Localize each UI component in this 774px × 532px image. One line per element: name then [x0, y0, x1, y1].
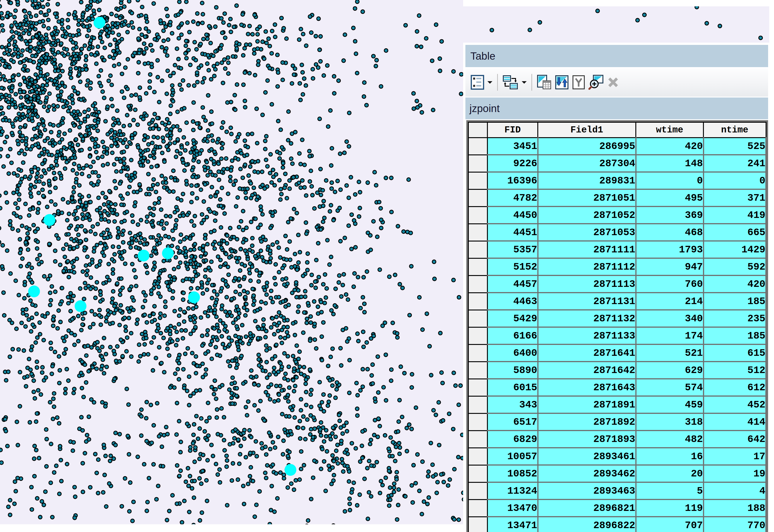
row-selector[interactable]: [468, 276, 488, 293]
cell-ntime[interactable]: 4: [703, 482, 766, 500]
cell-ntime[interactable]: 419: [703, 207, 766, 224]
cell-ntime[interactable]: 241: [703, 155, 766, 172]
cell-wtime[interactable]: 521: [636, 344, 703, 362]
cell-field1[interactable]: 2871891: [538, 396, 636, 413]
cell-wtime[interactable]: 369: [636, 207, 703, 224]
cell-ntime[interactable]: 770: [703, 517, 766, 532]
cell-ntime[interactable]: 512: [703, 362, 766, 379]
cell-field1[interactable]: 2871131: [538, 293, 636, 310]
column-header-field1[interactable]: Field1: [538, 122, 636, 138]
table-window-titlebar[interactable]: Table: [466, 45, 768, 67]
table-options-button[interactable]: [471, 75, 485, 90]
cell-ntime[interactable]: 185: [703, 327, 766, 344]
cell-field1[interactable]: 2871893: [538, 431, 636, 448]
layer-name-label[interactable]: jzpoint: [466, 102, 500, 115]
cell-ntime[interactable]: 592: [703, 258, 766, 276]
column-header-ntime[interactable]: ntime: [703, 122, 766, 138]
row-selector[interactable]: [468, 155, 488, 172]
cell-fid[interactable]: 11324: [488, 482, 538, 500]
cell-wtime[interactable]: 148: [636, 155, 703, 172]
cell-fid[interactable]: 6166: [488, 327, 538, 344]
cell-field1[interactable]: 2871051: [538, 189, 636, 207]
row-selector[interactable]: [468, 482, 488, 500]
column-header-fid[interactable]: FID: [488, 122, 538, 138]
zoom-to-selected-button[interactable]: [588, 75, 604, 90]
cell-field1[interactable]: 2871892: [538, 413, 636, 431]
cell-field1[interactable]: 2871133: [538, 327, 636, 344]
cell-ntime[interactable]: 665: [703, 224, 766, 241]
cell-wtime[interactable]: 5: [636, 482, 703, 500]
column-header-wtime[interactable]: wtime: [636, 122, 703, 138]
cell-field1[interactable]: 287304: [538, 155, 636, 172]
cell-wtime[interactable]: 340: [636, 310, 703, 327]
cell-wtime[interactable]: 947: [636, 258, 703, 276]
table-options-dropdown[interactable]: [487, 81, 493, 84]
cell-wtime[interactable]: 574: [636, 379, 703, 396]
row-selector[interactable]: [468, 293, 488, 310]
cell-field1[interactable]: 2871112: [538, 258, 636, 276]
related-tables-button[interactable]: [503, 75, 519, 90]
row-selector[interactable]: [468, 465, 488, 482]
cell-wtime[interactable]: 760: [636, 276, 703, 293]
cell-field1[interactable]: 2893462: [538, 465, 636, 482]
cell-wtime[interactable]: 318: [636, 413, 703, 431]
cell-field1[interactable]: 2871642: [538, 362, 636, 379]
cell-wtime[interactable]: 459: [636, 396, 703, 413]
cell-wtime[interactable]: 1793: [636, 241, 703, 258]
row-selector[interactable]: [468, 500, 488, 517]
cell-fid[interactable]: 4451: [488, 224, 538, 241]
row-selector[interactable]: [468, 344, 488, 362]
cell-field1[interactable]: 286995: [538, 138, 636, 155]
cell-wtime[interactable]: 629: [636, 362, 703, 379]
row-selector[interactable]: [468, 241, 488, 258]
cell-fid[interactable]: 10057: [488, 448, 538, 465]
cell-ntime[interactable]: 615: [703, 344, 766, 362]
row-selector[interactable]: [468, 327, 488, 344]
cell-fid[interactable]: 16396: [488, 172, 538, 189]
cell-field1[interactable]: 2893463: [538, 482, 636, 500]
cell-ntime[interactable]: 420: [703, 276, 766, 293]
cell-wtime[interactable]: 420: [636, 138, 703, 155]
cell-fid[interactable]: 10852: [488, 465, 538, 482]
row-selector[interactable]: [468, 258, 488, 276]
cell-ntime[interactable]: 1429: [703, 241, 766, 258]
cell-field1[interactable]: 2871111: [538, 241, 636, 258]
cell-field1[interactable]: 2896822: [538, 517, 636, 532]
row-selector[interactable]: [468, 172, 488, 189]
cell-fid[interactable]: 9226: [488, 155, 538, 172]
cell-wtime[interactable]: 214: [636, 293, 703, 310]
cell-wtime[interactable]: 20: [636, 465, 703, 482]
row-selector[interactable]: [468, 379, 488, 396]
cell-field1[interactable]: 2871132: [538, 310, 636, 327]
cell-ntime[interactable]: 371: [703, 189, 766, 207]
row-selector[interactable]: [468, 362, 488, 379]
cell-ntime[interactable]: 235: [703, 310, 766, 327]
cell-fid[interactable]: 13470: [488, 500, 538, 517]
cell-wtime[interactable]: 174: [636, 327, 703, 344]
cell-fid[interactable]: 5890: [488, 362, 538, 379]
cell-wtime[interactable]: 707: [636, 517, 703, 532]
row-selector[interactable]: [468, 431, 488, 448]
cell-field1[interactable]: 2893461: [538, 448, 636, 465]
row-selector[interactable]: [468, 413, 488, 431]
cell-ntime[interactable]: 414: [703, 413, 766, 431]
cell-wtime[interactable]: 495: [636, 189, 703, 207]
cell-ntime[interactable]: 642: [703, 431, 766, 448]
cell-ntime[interactable]: 612: [703, 379, 766, 396]
row-selector[interactable]: [468, 310, 488, 327]
cell-wtime[interactable]: 119: [636, 500, 703, 517]
cell-field1[interactable]: 2896821: [538, 500, 636, 517]
cell-ntime[interactable]: 188: [703, 500, 766, 517]
cell-ntime[interactable]: 185: [703, 293, 766, 310]
row-selector[interactable]: [468, 448, 488, 465]
cell-fid[interactable]: 4463: [488, 293, 538, 310]
related-tables-dropdown[interactable]: [522, 81, 527, 84]
cell-wtime[interactable]: 16: [636, 448, 703, 465]
cell-field1[interactable]: 289831: [538, 172, 636, 189]
cell-field1[interactable]: 2871641: [538, 344, 636, 362]
cell-fid[interactable]: 343: [488, 396, 538, 413]
cell-fid[interactable]: 3451: [488, 138, 538, 155]
cell-fid[interactable]: 6400: [488, 344, 538, 362]
cell-ntime[interactable]: 19: [703, 465, 766, 482]
cell-field1[interactable]: 2871643: [538, 379, 636, 396]
